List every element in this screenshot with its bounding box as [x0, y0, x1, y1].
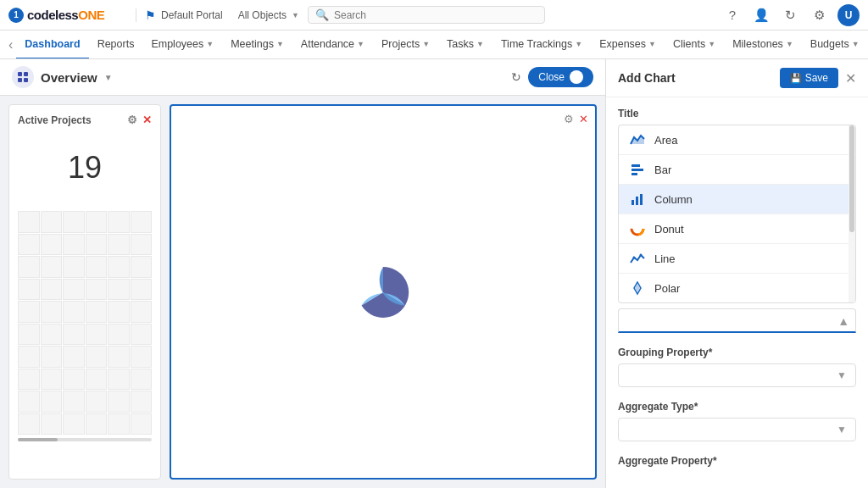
grid-cell	[131, 234, 153, 256]
grid-cell	[63, 256, 85, 278]
grid-cell	[18, 279, 40, 301]
overview-icon	[12, 66, 34, 88]
save-button[interactable]: 💾 Save	[780, 68, 838, 88]
donut-label: Donut	[654, 223, 684, 236]
svg-rect-5	[632, 164, 640, 167]
search-bar[interactable]: 🔍	[308, 6, 545, 24]
portal-label[interactable]: Default Portal	[161, 9, 223, 21]
grid-cell	[63, 346, 85, 368]
nav-item-employees[interactable]: Employees ▼	[142, 30, 222, 59]
grid-cell	[108, 279, 130, 301]
grid-cell	[131, 256, 153, 278]
column-label: Column	[654, 193, 693, 206]
budgets-chevron: ▼	[852, 40, 860, 48]
grid-cell	[86, 346, 108, 368]
card-actions: ⚙ ✕	[127, 114, 152, 126]
scroll-hint	[18, 438, 152, 441]
grid-cell	[63, 234, 85, 256]
chart-type-polar[interactable]: Polar	[619, 273, 855, 302]
close-card-icon[interactable]: ✕	[142, 114, 152, 126]
overview-title[interactable]: Overview ▼	[12, 66, 113, 88]
title-input[interactable]	[618, 308, 856, 333]
grid-cell	[41, 346, 63, 368]
chart-type-donut[interactable]: Donut	[619, 214, 855, 243]
active-projects-title: Active Projects	[18, 114, 92, 126]
settings-card-icon[interactable]: ⚙	[127, 114, 137, 126]
chart-list-scrollbar[interactable]	[849, 125, 855, 302]
close-button[interactable]: Close	[528, 67, 593, 87]
settings-icon[interactable]: ⚙	[809, 5, 829, 25]
grid-cell	[18, 346, 40, 368]
panel-header-actions: 💾 Save ✕	[780, 68, 856, 88]
avatar[interactable]: U	[837, 4, 860, 26]
grid-cell	[86, 369, 108, 391]
portal-section: ⚑ Default Portal	[136, 8, 223, 22]
grid-cell	[86, 413, 108, 435]
chart-close-icon[interactable]: ✕	[579, 113, 588, 125]
grid-cell	[86, 234, 108, 256]
svg-point-13	[633, 257, 636, 259]
grid-cell	[18, 413, 40, 435]
chart-type-area[interactable]: Area	[619, 125, 855, 154]
nav-item-milestones[interactable]: Milestones ▼	[724, 30, 802, 59]
grid-cell	[108, 391, 130, 413]
refresh-button[interactable]: ↻	[511, 70, 521, 84]
search-input[interactable]	[334, 9, 537, 21]
nav-item-projects[interactable]: Projects ▼	[373, 30, 438, 59]
nav-item-budgets[interactable]: Budgets ▼	[802, 30, 868, 59]
line-icon	[629, 250, 646, 267]
panel-close-button[interactable]: ✕	[845, 70, 856, 86]
title-input-collapse-icon[interactable]: ▲	[837, 314, 849, 328]
nav-prev-btn[interactable]: ‹	[5, 37, 16, 53]
toggle-circle	[570, 70, 583, 84]
milestones-chevron: ▼	[786, 40, 793, 48]
main-content: Overview ▼ ↻ Close Active Projects ⚙ ✕	[0, 59, 868, 488]
grid-cell	[41, 324, 63, 346]
nav-item-attendance[interactable]: Attendance ▼	[292, 30, 373, 59]
chart-type-line[interactable]: Line	[619, 243, 855, 273]
scrollbar-thumb	[849, 125, 854, 231]
bar-icon	[629, 161, 646, 178]
nav-item-expenses[interactable]: Expenses ▼	[591, 30, 665, 59]
grid-cell	[131, 279, 153, 301]
projects-chevron: ▼	[422, 40, 430, 48]
overview-label: Overview	[41, 70, 97, 85]
grid-cell	[63, 211, 85, 233]
chart-type-dropdown[interactable]: Area Bar	[618, 125, 856, 303]
nav-item-dashboard[interactable]: Dashboard	[16, 30, 88, 59]
grid-cell	[41, 413, 63, 435]
grid-cell	[131, 413, 153, 435]
nav-item-meetings[interactable]: Meetings ▼	[222, 30, 292, 59]
grid-cell	[41, 256, 63, 278]
all-objects-dropdown[interactable]: All Objects ▼	[238, 9, 299, 21]
grid-cell	[108, 256, 130, 278]
chart-card-header: ⚙ ✕	[564, 113, 588, 125]
grid-cell	[63, 413, 85, 435]
user-icon[interactable]: 👤	[751, 5, 771, 25]
grid-cell	[41, 279, 63, 301]
svg-rect-1	[24, 72, 28, 76]
grouping-property-dropdown[interactable]: ▼	[618, 363, 856, 387]
nav-item-time-trackings[interactable]: Time Trackings ▼	[492, 30, 591, 59]
grid-cell	[18, 256, 40, 278]
nav-item-reports[interactable]: Reports	[89, 30, 143, 59]
nav-item-tasks[interactable]: Tasks ▼	[438, 30, 492, 59]
chart-settings-icon[interactable]: ⚙	[564, 113, 574, 125]
nav-item-clients[interactable]: Clients ▼	[665, 30, 724, 59]
time-trackings-chevron: ▼	[575, 40, 582, 48]
chart-type-bar[interactable]: Bar	[619, 154, 855, 184]
scroll-thumb	[18, 438, 58, 441]
grid-cell	[18, 211, 40, 233]
grid-cell	[108, 211, 130, 233]
chart-type-column[interactable]: Column	[619, 184, 855, 214]
help-icon[interactable]: ?	[722, 5, 743, 25]
history-icon[interactable]: ↻	[780, 5, 800, 25]
line-label: Line	[654, 252, 676, 265]
logo-text: codelessONE	[27, 8, 104, 22]
svg-rect-2	[18, 78, 22, 82]
grid-cell	[18, 234, 40, 256]
svg-rect-0	[18, 72, 22, 76]
polar-label: Polar	[654, 282, 680, 295]
card-grid: // Grid cells rendered inline	[18, 211, 152, 435]
aggregate-type-dropdown[interactable]: ▼	[618, 418, 856, 441]
